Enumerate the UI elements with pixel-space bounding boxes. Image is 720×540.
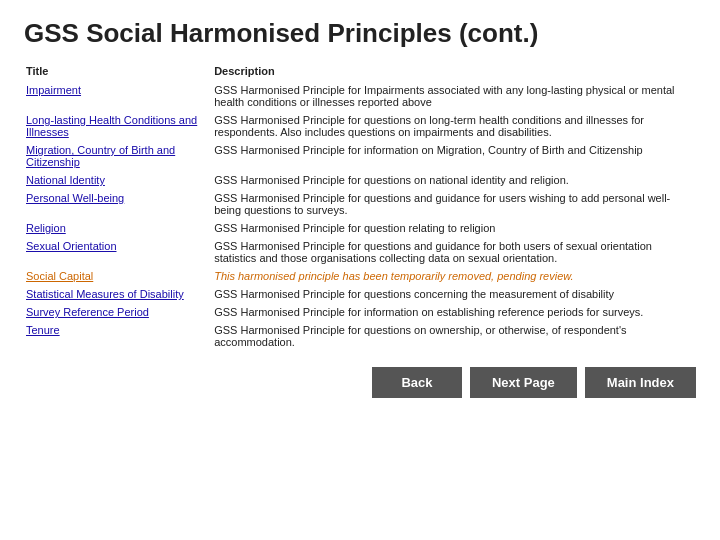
row-title[interactable]: Migration, Country of Birth and Citizens…: [24, 141, 212, 171]
next-page-button[interactable]: Next Page: [470, 367, 577, 398]
row-description: GSS Harmonised Principle for questions a…: [212, 189, 696, 219]
row-title[interactable]: Sexual Orientation: [24, 237, 212, 267]
row-title[interactable]: Impairment: [24, 81, 212, 111]
row-title[interactable]: National Identity: [24, 171, 212, 189]
footer-nav: Back Next Page Main Index: [24, 363, 696, 398]
row-description: GSS Harmonised Principle for questions a…: [212, 237, 696, 267]
row-description: GSS Harmonised Principle for questions o…: [212, 321, 696, 351]
row-title[interactable]: Religion: [24, 219, 212, 237]
page-title: GSS Social Harmonised Principles (cont.): [24, 18, 696, 49]
table-row: Migration, Country of Birth and Citizens…: [24, 141, 696, 171]
row-title[interactable]: Social Capital: [24, 267, 212, 285]
table-row: National IdentityGSS Harmonised Principl…: [24, 171, 696, 189]
row-description: GSS Harmonised Principle for questions c…: [212, 285, 696, 303]
main-index-button[interactable]: Main Index: [585, 367, 696, 398]
table-row: Long-lasting Health Conditions and Illne…: [24, 111, 696, 141]
row-title[interactable]: Personal Well-being: [24, 189, 212, 219]
row-description: GSS Harmonised Principle for questions o…: [212, 111, 696, 141]
table-row: ImpairmentGSS Harmonised Principle for I…: [24, 81, 696, 111]
row-title[interactable]: Long-lasting Health Conditions and Illne…: [24, 111, 212, 141]
row-title[interactable]: Statistical Measures of Disability: [24, 285, 212, 303]
table-row: Survey Reference PeriodGSS Harmonised Pr…: [24, 303, 696, 321]
row-title[interactable]: Survey Reference Period: [24, 303, 212, 321]
row-description: GSS Harmonised Principle for questions o…: [212, 171, 696, 189]
table-row: TenureGSS Harmonised Principle for quest…: [24, 321, 696, 351]
table-row: Sexual OrientationGSS Harmonised Princip…: [24, 237, 696, 267]
table-row: ReligionGSS Harmonised Principle for que…: [24, 219, 696, 237]
row-description: GSS Harmonised Principle for information…: [212, 303, 696, 321]
principles-table: Title Description ImpairmentGSS Harmonis…: [24, 63, 696, 351]
row-description: GSS Harmonised Principle for question re…: [212, 219, 696, 237]
table-row: Social CapitalThis harmonised principle …: [24, 267, 696, 285]
row-title[interactable]: Tenure: [24, 321, 212, 351]
col-header-title: Title: [24, 63, 212, 81]
row-description: This harmonised principle has been tempo…: [212, 267, 696, 285]
col-header-description: Description: [212, 63, 696, 81]
row-description: GSS Harmonised Principle for Impairments…: [212, 81, 696, 111]
row-description: GSS Harmonised Principle for information…: [212, 141, 696, 171]
table-row: Personal Well-beingGSS Harmonised Princi…: [24, 189, 696, 219]
table-row: Statistical Measures of DisabilityGSS Ha…: [24, 285, 696, 303]
back-button[interactable]: Back: [372, 367, 462, 398]
